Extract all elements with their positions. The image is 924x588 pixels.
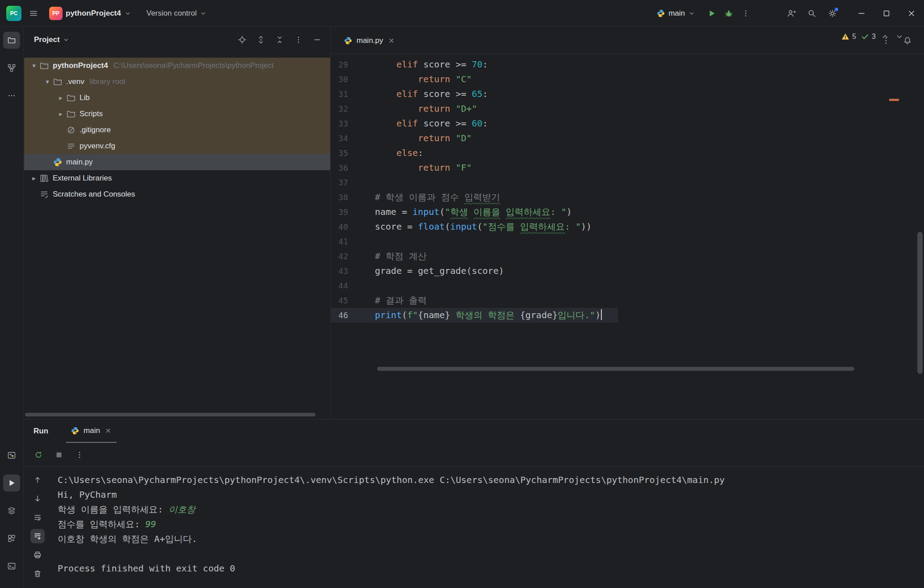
line-number[interactable]: 42 xyxy=(331,249,353,264)
code-with-me-button[interactable] xyxy=(783,5,800,22)
warnings-indicator[interactable]: 5 xyxy=(841,32,856,41)
code-line-41[interactable]: 41 xyxy=(331,234,924,249)
code-line-33[interactable]: 33 elif score >= 60: xyxy=(331,116,924,131)
main-menu-button[interactable] xyxy=(25,5,42,22)
line-number[interactable]: 32 xyxy=(331,101,353,116)
tree-item-main-py[interactable]: main.py xyxy=(24,154,330,170)
line-number[interactable]: 40 xyxy=(331,219,353,234)
chevron-down-icon[interactable]: ▾ xyxy=(42,78,53,86)
window-maximize-button[interactable] xyxy=(874,0,899,27)
next-problem-button[interactable] xyxy=(895,32,904,42)
python-console-tool-button[interactable] xyxy=(3,447,20,464)
collapse-all-button[interactable] xyxy=(271,31,288,48)
editor-vertical-scrollbar[interactable] xyxy=(917,232,923,374)
services-tool-button[interactable] xyxy=(3,530,20,547)
code-line-39[interactable]: 39name = input("학생 이름을 입력하세요: ") xyxy=(331,205,924,219)
console-down-stack-trace-button[interactable] xyxy=(30,491,45,506)
console-up-stack-trace-button[interactable] xyxy=(30,473,45,487)
more-tool-windows-button[interactable] xyxy=(3,87,20,104)
clear-console-button[interactable] xyxy=(30,567,45,581)
run-tab-main[interactable]: main xyxy=(66,420,117,443)
code-line-43[interactable]: 43grade = get_grade(score) xyxy=(331,264,924,278)
chevron-right-icon[interactable]: ▸ xyxy=(55,110,66,118)
hide-project-panel-button[interactable] xyxy=(309,31,326,48)
code-line-35[interactable]: 35 else: xyxy=(331,146,924,160)
close-tab-icon[interactable] xyxy=(104,427,112,435)
editor-horizontal-scrollbar[interactable] xyxy=(377,367,854,371)
line-number[interactable]: 34 xyxy=(331,131,353,146)
settings-button[interactable] xyxy=(824,5,841,22)
line-number[interactable]: 36 xyxy=(331,160,353,175)
line-number[interactable]: 41 xyxy=(331,234,353,249)
run-tool-button[interactable] xyxy=(3,475,20,491)
line-number[interactable]: 46 xyxy=(331,308,353,323)
scroll-to-end-button[interactable] xyxy=(30,529,45,543)
tree-item-pythonproject4[interactable]: ▾pythonProject4C:\Users\seona\PycharmPro… xyxy=(24,58,330,74)
tree-item-venv[interactable]: ▾.venvlibrary root xyxy=(24,74,330,90)
run-button[interactable] xyxy=(703,5,720,22)
code-line-40[interactable]: 40score = float(input("점수를 입력하세요: ")) xyxy=(331,219,924,234)
print-button[interactable] xyxy=(30,548,45,562)
line-number[interactable]: 30 xyxy=(331,72,353,87)
previous-problem-button[interactable] xyxy=(880,32,890,42)
editor-tab-main-py[interactable]: main.py xyxy=(339,27,400,54)
project-panel-title-button[interactable]: Project xyxy=(34,35,70,44)
code-line-32[interactable]: 32 return "D+" xyxy=(331,101,924,116)
vcs-widget-button[interactable]: Version control xyxy=(142,4,211,22)
terminal-tool-button[interactable] xyxy=(3,558,20,575)
rerun-button[interactable] xyxy=(30,446,47,463)
close-tab-icon[interactable] xyxy=(387,37,395,45)
line-number[interactable]: 38 xyxy=(331,190,353,205)
tree-item-scripts[interactable]: ▸Scripts xyxy=(24,106,330,122)
code-line-42[interactable]: 42# 학점 계산 xyxy=(331,249,924,264)
line-number[interactable]: 29 xyxy=(331,57,353,72)
code-line-37[interactable]: 37 xyxy=(331,175,924,190)
line-number[interactable]: 35 xyxy=(331,146,353,160)
code-line-44[interactable]: 44 xyxy=(331,278,924,293)
passed-indicator[interactable]: 3 xyxy=(861,32,876,41)
line-number[interactable]: 45 xyxy=(331,293,353,308)
line-number[interactable]: 37 xyxy=(331,175,353,190)
search-everywhere-button[interactable] xyxy=(803,5,820,22)
chevron-right-icon[interactable]: ▸ xyxy=(29,174,39,182)
line-number[interactable]: 43 xyxy=(331,264,353,278)
run-configuration-button[interactable]: main xyxy=(652,4,700,22)
window-minimize-button[interactable] xyxy=(849,0,874,27)
code-line-30[interactable]: 30 return "C" xyxy=(331,72,924,87)
code-line-29[interactable]: 29 elif score >= 70: xyxy=(331,57,924,72)
chevron-down-icon[interactable]: ▾ xyxy=(29,62,39,70)
code-line-38[interactable]: 38# 학생 이름과 점수 입력받기 xyxy=(331,190,924,205)
project-widget-button[interactable]: PP pythonProject4 xyxy=(45,4,136,22)
debug-button[interactable] xyxy=(720,5,737,22)
structure-tool-button[interactable] xyxy=(3,59,20,76)
python-packages-tool-button[interactable] xyxy=(3,502,20,519)
more-run-actions-button[interactable] xyxy=(737,5,754,22)
project-horizontal-scrollbar[interactable] xyxy=(25,413,315,416)
code-line-45[interactable]: 45# 결과 출력 xyxy=(331,293,924,308)
inspections-widget[interactable]: 5 3 xyxy=(841,32,904,42)
line-number[interactable]: 39 xyxy=(331,205,353,219)
select-opened-file-button[interactable] xyxy=(234,31,251,48)
window-close-button[interactable] xyxy=(899,0,924,27)
soft-wrap-button[interactable] xyxy=(30,510,45,525)
tree-item-scratches-and-consoles[interactable]: Scratches and Consoles xyxy=(24,186,330,202)
project-tool-button[interactable] xyxy=(3,32,20,49)
tree-item-lib[interactable]: ▸Lib xyxy=(24,90,330,106)
tree-item-pyvenv-cfg[interactable]: pyvenv.cfg xyxy=(24,138,330,154)
tree-item-external-libraries[interactable]: ▸External Libraries xyxy=(24,170,330,186)
stop-button[interactable] xyxy=(50,446,67,463)
code-line-31[interactable]: 31 elif score >= 65: xyxy=(331,87,924,101)
chevron-right-icon[interactable]: ▸ xyxy=(55,94,66,102)
line-number[interactable]: 31 xyxy=(331,87,353,101)
line-number[interactable]: 44 xyxy=(331,278,353,293)
code-line-34[interactable]: 34 return "D" xyxy=(331,131,924,146)
run-console-output[interactable]: C:\Users\seona\PycharmProjects\pythonPro… xyxy=(51,467,924,588)
expand-all-button[interactable] xyxy=(252,31,269,48)
code-editor[interactable]: 29 elif score >= 70:30 return "C"31 elif… xyxy=(331,55,924,419)
project-panel-options-button[interactable] xyxy=(290,31,307,48)
line-number[interactable]: 33 xyxy=(331,116,353,131)
tree-item-gitignore[interactable]: .gitignore xyxy=(24,122,330,138)
code-line-46[interactable]: 46print(f"{name} 학생의 학점은 {grade}입니다.") xyxy=(331,308,924,323)
run-toolbar-more-button[interactable] xyxy=(71,446,88,463)
code-line-36[interactable]: 36 return "F" xyxy=(331,160,924,175)
